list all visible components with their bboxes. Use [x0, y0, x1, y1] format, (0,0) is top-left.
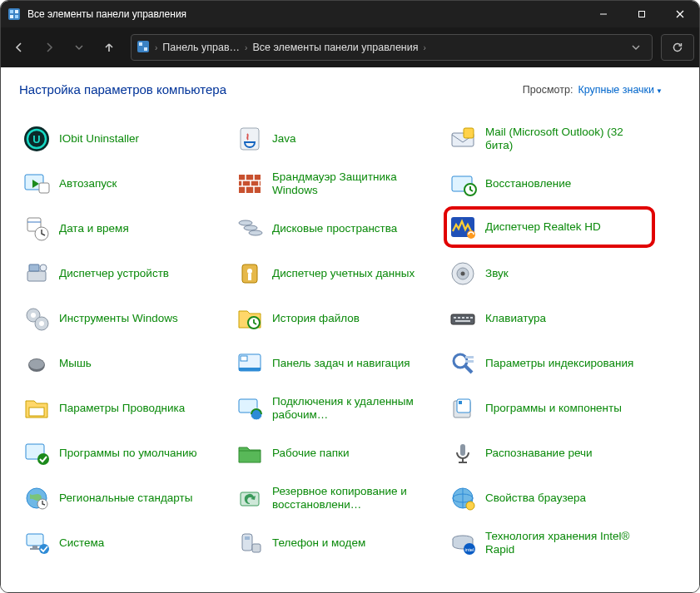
cpl-item[interactable]: Система	[19, 522, 227, 564]
window-title: Все элементы панели управления	[27, 8, 584, 20]
cpl-item[interactable]: Дисковые пространства	[232, 208, 440, 250]
cpl-item[interactable]: intelТехнология хранения Intel® Rapid	[445, 522, 653, 564]
cpl-item-label: Диспетчер Realtek HD	[485, 220, 601, 234]
cpl-item[interactable]: Телефон и модем	[232, 522, 440, 564]
forward-button[interactable]	[36, 34, 62, 61]
java-icon	[236, 125, 264, 153]
datetime-icon	[22, 215, 51, 243]
svg-text:intel: intel	[464, 547, 474, 552]
up-button[interactable]	[96, 34, 122, 61]
speech-icon	[449, 439, 477, 467]
cpl-item[interactable]: Подключения к удаленным рабочим…	[232, 388, 440, 429]
inet-icon	[449, 484, 477, 512]
svg-rect-42	[29, 264, 39, 271]
cpl-item-label: Java	[272, 132, 296, 146]
cpl-item[interactable]: Брандмауэр Защитника Windows	[232, 163, 440, 205]
chevron-right-icon[interactable]: ›	[243, 43, 249, 52]
mouse-icon	[22, 349, 51, 378]
svg-rect-65	[239, 368, 261, 371]
svg-rect-60	[470, 317, 473, 319]
svg-point-43	[40, 264, 47, 271]
svg-rect-91	[32, 546, 37, 548]
svg-rect-20	[39, 183, 49, 193]
cpl-item[interactable]: UIObit Uninstaller	[19, 118, 227, 160]
cpl-item[interactable]: Диспетчер учетных данных	[232, 253, 440, 294]
cpl-item[interactable]: Распознавание речи	[445, 432, 653, 474]
svg-point-67	[454, 354, 467, 368]
cpl-item-label: Резервное копирование и восстановлени…	[272, 485, 437, 511]
cpl-item[interactable]: Автозапуск	[19, 163, 227, 205]
cpl-item-label: Восстановление	[485, 177, 571, 190]
chevron-right-icon[interactable]: ›	[422, 43, 428, 52]
navigation-bar: › Панель управ… › Все элементы панели уп…	[1, 27, 699, 67]
cpl-item[interactable]: Резервное копирование и восстановлени…	[232, 477, 440, 519]
cpl-item[interactable]: Восстановление	[445, 163, 653, 205]
cpl-item[interactable]: Параметры Проводника	[19, 388, 227, 429]
svg-rect-1	[10, 10, 13, 13]
close-button[interactable]	[661, 1, 699, 27]
svg-rect-17	[464, 128, 474, 138]
titlebar[interactable]: Все элементы панели управления	[1, 1, 699, 27]
workfolders-icon	[236, 439, 264, 467]
devmgr-icon	[22, 259, 51, 288]
cpl-item[interactable]: История файлов	[232, 298, 440, 339]
cpl-item-label: Дисковые пространства	[272, 222, 397, 235]
address-dropdown-button[interactable]	[625, 43, 647, 52]
cpl-item-label: IObit Uninstaller	[59, 132, 139, 146]
svg-rect-59	[466, 317, 469, 319]
cpl-item-label: Mail (Microsoft Outlook) (32 бита)	[485, 126, 650, 151]
cred-icon	[236, 259, 264, 288]
chevron-right-icon[interactable]: ›	[153, 43, 159, 52]
storage-icon	[236, 215, 264, 243]
cpl-item-label: Мышь	[59, 357, 92, 370]
chevron-down-icon: ▼	[656, 87, 663, 95]
minimize-button[interactable]	[584, 1, 623, 27]
back-button[interactable]	[6, 34, 32, 61]
cpl-item[interactable]: Звук	[445, 253, 653, 294]
cpl-item[interactable]: Региональные стандарты	[19, 477, 227, 519]
cpl-item[interactable]: Диспетчер устройств	[19, 253, 227, 294]
cpl-item-label: Панель задач и навигация	[272, 357, 410, 370]
cpl-item[interactable]: Панель задач и навигация	[232, 343, 440, 384]
svg-rect-11	[144, 47, 147, 51]
cpl-item[interactable]: Мышь	[19, 343, 227, 384]
refresh-button[interactable]	[661, 34, 694, 61]
breadcrumb-level-2[interactable]: Все элементы панели управления	[252, 42, 418, 53]
view-dropdown[interactable]: Крупные значки▼	[578, 84, 663, 96]
cpl-item[interactable]: Программы по умолчанию	[19, 432, 227, 474]
svg-rect-6	[639, 12, 645, 17]
cpl-item[interactable]: Java	[232, 118, 440, 160]
cpl-item[interactable]: Свойства браузера	[445, 477, 653, 519]
address-bar[interactable]: › Панель управ… › Все элементы панели уп…	[131, 34, 653, 61]
svg-point-63	[29, 359, 44, 369]
cpl-item-label: Клавиатура	[485, 312, 546, 325]
svg-point-89	[466, 502, 474, 510]
cpl-item-label: Инструменты Windows	[59, 312, 178, 325]
breadcrumb-level-1[interactable]: Панель управ…	[162, 42, 240, 53]
cpl-item-label: Подключения к удаленным рабочим…	[272, 395, 437, 421]
svg-rect-66	[241, 356, 247, 361]
cpl-item[interactable]: Инструменты Windows	[19, 298, 227, 339]
svg-rect-90	[27, 534, 43, 546]
maximize-button[interactable]	[623, 1, 661, 27]
recent-locations-button[interactable]	[66, 34, 92, 61]
cpl-item[interactable]: Программы и компоненты	[445, 388, 653, 429]
cpl-item-label: Параметры Проводника	[59, 402, 185, 415]
cpl-item-label: Программы и компоненты	[485, 402, 622, 415]
cpl-item[interactable]: Параметры индексирования	[445, 343, 653, 384]
cpl-item-label: Региональные стандарты	[59, 492, 192, 505]
cpl-item[interactable]: Диспетчер Realtek HD	[444, 206, 655, 248]
svg-rect-96	[252, 544, 261, 552]
cpl-item-label: Параметры индексирования	[485, 357, 633, 370]
cpl-item[interactable]: Дата и время	[19, 208, 227, 250]
page-title: Настройка параметров компьютера	[19, 82, 226, 96]
cpl-item[interactable]: Рабочие папки	[232, 432, 440, 474]
cpl-item[interactable]: Mail (Microsoft Outlook) (32 бита)	[445, 118, 653, 160]
cpl-item-label: Брандмауэр Защитника Windows	[272, 170, 437, 196]
svg-rect-77	[459, 401, 462, 404]
svg-point-38	[249, 230, 262, 235]
svg-rect-57	[458, 317, 460, 319]
cpl-item[interactable]: Клавиатура	[445, 298, 653, 339]
cpl-item-label: Система	[59, 536, 104, 550]
system-icon	[22, 529, 51, 557]
